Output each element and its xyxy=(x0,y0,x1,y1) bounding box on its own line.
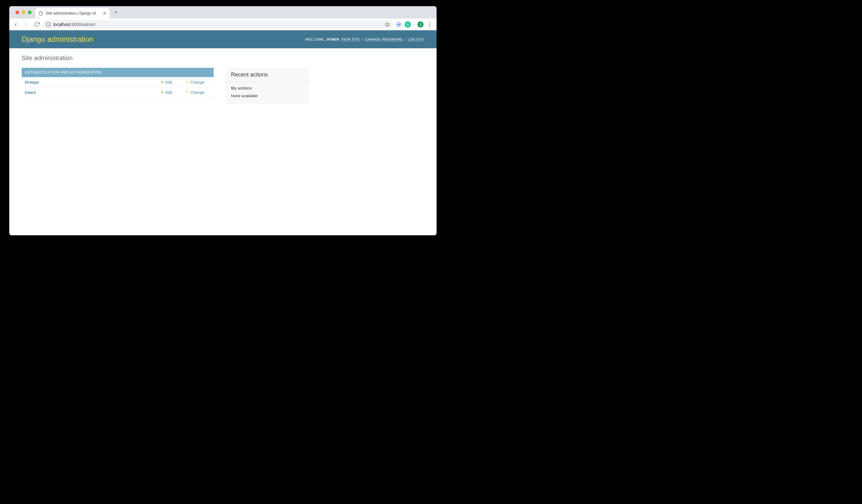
app-caption[interactable]: AUTHENTICATION AND AUTHORIZATION xyxy=(22,68,214,77)
page-title: Site administration xyxy=(22,54,424,62)
traffic-lights xyxy=(12,11,35,14)
site-info-icon[interactable] xyxy=(46,22,51,27)
bookmark-star-icon[interactable] xyxy=(385,22,390,27)
grammarly-icon[interactable]: G xyxy=(405,21,411,28)
model-link-users[interactable]: Users xyxy=(25,90,36,95)
profile-avatar[interactable]: J xyxy=(417,21,423,28)
svg-point-7 xyxy=(429,24,430,25)
svg-point-5 xyxy=(398,24,400,25)
change-password-link[interactable]: CHANGE PASSWORD xyxy=(365,38,403,41)
add-label: Add xyxy=(165,80,172,84)
back-button[interactable] xyxy=(11,20,21,29)
dashboard: AUTHENTICATION AND AUTHORIZATION Groups … xyxy=(22,68,424,104)
app-module-auth: AUTHENTICATION AND AUTHORIZATION Groups … xyxy=(22,68,214,97)
user-tools: WELCOME, JFINER. VIEW SITE / CHANGE PASS… xyxy=(305,38,424,41)
extension-icons: G J xyxy=(394,21,435,28)
recent-actions-empty: None available xyxy=(231,93,304,98)
svg-point-6 xyxy=(429,22,430,23)
welcome-text: WELCOME, xyxy=(305,38,326,41)
window-maximize-button[interactable] xyxy=(28,11,31,14)
svg-marker-3 xyxy=(385,22,389,26)
change-label: Change xyxy=(191,80,205,84)
view-site-link[interactable]: VIEW SITE xyxy=(341,38,360,41)
new-tab-button[interactable]: + xyxy=(112,8,120,17)
pencil-icon: ✎ xyxy=(186,90,189,94)
model-link-groups[interactable]: Groups xyxy=(25,80,39,84)
model-row-users: Users + Add ✎ xyxy=(22,87,214,97)
forward-button[interactable] xyxy=(22,20,31,29)
browser-menu-button[interactable] xyxy=(427,22,433,27)
sidebar-column: Recent actions My actions None available xyxy=(226,68,309,104)
add-users-link[interactable]: + Add xyxy=(161,90,172,95)
add-label: Add xyxy=(165,90,172,95)
content-area: Site administration AUTHENTICATION AND A… xyxy=(9,48,436,110)
window-minimize-button[interactable] xyxy=(22,11,25,14)
url-text: localhost:8000/admin/ xyxy=(53,22,382,27)
page-content: Django administration WELCOME, JFINER. V… xyxy=(9,30,436,235)
extension-icon[interactable] xyxy=(396,22,402,27)
browser-toolbar: localhost:8000/admin/ G J xyxy=(9,18,436,30)
divider xyxy=(226,82,309,82)
log-out-link[interactable]: LOG OUT xyxy=(408,38,424,41)
divider xyxy=(414,21,414,28)
window-close-button[interactable] xyxy=(15,11,19,14)
address-bar[interactable]: localhost:8000/admin/ xyxy=(43,20,393,29)
recent-actions-heading: Recent actions xyxy=(231,71,304,78)
my-actions-heading: My actions xyxy=(231,86,304,90)
change-label: Change xyxy=(191,90,205,95)
main-column: AUTHENTICATION AND AUTHORIZATION Groups … xyxy=(22,68,214,104)
change-users-link[interactable]: ✎ Change xyxy=(186,90,205,95)
browser-tab[interactable]: Site administration | Django sit ✕ xyxy=(35,8,109,18)
tab-bar: Site administration | Django sit ✕ + xyxy=(9,6,436,18)
change-groups-link[interactable]: ✎ Change xyxy=(186,80,205,84)
add-groups-link[interactable]: + Add xyxy=(161,80,172,84)
tab-title: Site administration | Django sit xyxy=(46,11,100,15)
pencil-icon: ✎ xyxy=(186,80,189,84)
django-header: Django administration WELCOME, JFINER. V… xyxy=(9,30,436,48)
svg-point-8 xyxy=(429,26,430,27)
recent-actions-module: Recent actions My actions None available xyxy=(226,68,309,104)
model-row-groups: Groups + Add ✎ xyxy=(22,77,214,87)
username: JFINER xyxy=(326,38,339,41)
branding-title[interactable]: Django administration xyxy=(22,35,93,44)
plus-icon: + xyxy=(161,90,164,95)
close-icon[interactable]: ✕ xyxy=(103,11,106,16)
reload-button[interactable] xyxy=(32,20,41,29)
file-icon xyxy=(38,11,43,16)
plus-icon: + xyxy=(161,80,164,84)
browser-window: Site administration | Django sit ✕ + loc… xyxy=(9,6,436,235)
